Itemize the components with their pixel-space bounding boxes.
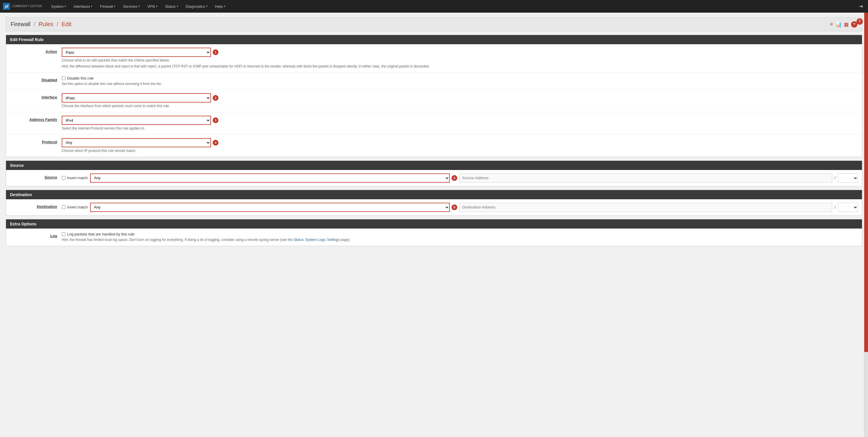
interface-select[interactable]: IPsec WAN LAN — [62, 93, 211, 102]
address-family-label-col: Address Family — [10, 116, 62, 122]
address-family-row: Address Family IPv4 IPv6 IPv4+IPv6 3 Sel… — [6, 112, 862, 135]
log-checkbox[interactable] — [62, 232, 65, 236]
log-desc: Hint: the firewall has limited local log… — [62, 238, 858, 242]
nav-interfaces[interactable]: Interfaces ▾ — [70, 1, 96, 11]
protocol-badge: 4 — [213, 140, 218, 146]
source-row: Source Invert match Any Single host or a… — [6, 170, 862, 186]
interface-badge: 2 — [213, 95, 218, 101]
disabled-checkbox-row: Disable this rule — [62, 76, 858, 81]
nav-firewall[interactable]: Firewall ▾ — [96, 1, 119, 11]
destination-label: Destination — [37, 205, 57, 209]
source-invert-row: Invert match — [62, 176, 88, 180]
source-body: Source Invert match Any Single host or a… — [6, 170, 862, 186]
logo: pf — [3, 3, 10, 10]
protocol-select[interactable]: Any TCP UDP TCP/UDP ICMP — [62, 138, 211, 147]
breadcrumb: Firewall / Rules / Edit ≡ 📊 ▦ ? — [6, 17, 862, 31]
address-family-select[interactable]: IPv4 IPv6 IPv4+IPv6 — [62, 116, 211, 125]
source-address-input[interactable] — [460, 174, 832, 183]
breadcrumb-sep2: / — [57, 21, 60, 27]
destination-type-select[interactable]: Any Single host or alias Network LAN net… — [90, 203, 450, 212]
log-label: Log — [50, 234, 57, 238]
scroll-thumb[interactable] — [864, 12, 868, 352]
nav-items: System ▾ Interfaces ▾ Firewall ▾ Service… — [48, 1, 856, 11]
caret-icon: ▾ — [224, 5, 225, 8]
address-family-desc: Select the Internet Protocol version thi… — [62, 126, 858, 131]
destination-address-input[interactable] — [460, 203, 832, 212]
disabled-row: Disabled Disable this rule Set this opti… — [6, 73, 862, 90]
protocol-row: Protocol Any TCP UDP TCP/UDP ICMP 4 Choo… — [6, 135, 862, 157]
action-label: Action — [45, 50, 57, 54]
source-label-col: Source — [10, 174, 62, 180]
breadcrumb-firewall: Firewall — [11, 21, 30, 27]
log-control-col: Log packets that are handled by this rul… — [62, 232, 858, 242]
source-type-select[interactable]: Any Single host or alias Network LAN net… — [90, 174, 450, 183]
brand-tagline: COMMUNITY EDITION — [12, 5, 42, 8]
disabled-checkbox[interactable] — [62, 76, 65, 80]
action-row: Action Pass Block Reject 1 Choose what t… — [6, 44, 862, 73]
log-checkbox-label[interactable]: Log packets that are handled by this rul… — [67, 232, 134, 236]
source-invert-label[interactable]: Invert match — [67, 176, 88, 180]
caret-icon: ▾ — [206, 5, 208, 8]
destination-invert-checkbox[interactable] — [62, 205, 65, 209]
edit-firewall-rule-panel: Edit Firewall Rule Action Pass Block Rej… — [6, 35, 862, 157]
source-slash: / — [834, 176, 836, 180]
nav-help[interactable]: Help ▾ — [212, 1, 229, 11]
source-cidr-select[interactable]: 8 16 24 32 — [838, 174, 858, 183]
nav-diagnostics[interactable]: Diagnostics ▾ — [182, 1, 211, 11]
action-control-col: Pass Block Reject 1 Choose what to do wi… — [62, 48, 858, 69]
action-desc1: Choose what to do with packets that matc… — [62, 58, 858, 63]
breadcrumb-rules-link[interactable]: Rules — [39, 21, 53, 27]
caret-icon: ▾ — [114, 5, 115, 8]
interface-label: Interface — [42, 95, 57, 99]
navbar: pf COMMUNITY EDITION System ▾ Interfaces… — [0, 0, 868, 12]
nav-status[interactable]: Status ▾ — [162, 1, 182, 11]
breadcrumb-icons: ≡ 📊 ▦ ? — [830, 21, 857, 28]
page-wrapper: Firewall / Rules / Edit ≡ 📊 ▦ ? Edit Fir… — [0, 12, 868, 437]
scrollbar[interactable] — [864, 12, 868, 437]
log-desc-link[interactable]: Status: System Logs: Settings — [293, 238, 340, 242]
extra-body: Log Log packets that are handled by this… — [6, 228, 862, 246]
disabled-desc: Set this option to disable this rule wit… — [62, 82, 858, 87]
source-panel: Source Source Invert match Any — [6, 160, 862, 186]
destination-body: Destination Invert match Any Single host… — [6, 199, 862, 215]
caret-icon: ▾ — [91, 5, 92, 8]
interface-control-col: IPsec WAN LAN 2 Choose the interface fro… — [62, 93, 858, 108]
source-header: Source — [6, 161, 862, 170]
protocol-label: Protocol — [42, 140, 57, 144]
address-family-label: Address Family — [29, 118, 57, 122]
action-select[interactable]: Pass Block Reject — [62, 48, 211, 57]
action-desc2: Hint: the difference between block and r… — [62, 64, 858, 69]
interface-desc: Choose the interface from which packets … — [62, 104, 858, 108]
source-invert-checkbox[interactable] — [62, 176, 65, 180]
destination-header: Destination — [6, 190, 862, 199]
protocol-control-col: Any TCP UDP TCP/UDP ICMP 4 Choose which … — [62, 138, 858, 153]
breadcrumb-text: Firewall / Rules / Edit — [11, 21, 71, 28]
nav-vpn[interactable]: VPN ▾ — [144, 1, 161, 11]
destination-badge: 6 — [452, 205, 457, 210]
chart-icon[interactable]: 📊 — [835, 21, 842, 28]
edit-section-body: Action Pass Block Reject 1 Choose what t… — [6, 44, 862, 157]
log-label-col: Log — [10, 232, 62, 238]
destination-row: Destination Invert match Any Single host… — [6, 199, 862, 215]
extra-options-panel: Extra Options Log Log packets that are h… — [6, 219, 862, 246]
destination-controls: Invert match Any Single host or alias Ne… — [62, 203, 858, 212]
action-label-col: Action — [10, 48, 62, 54]
destination-slash: / — [834, 205, 836, 210]
disabled-control-col: Disable this rule Set this option to dis… — [62, 76, 858, 87]
extra-header: Extra Options — [6, 219, 862, 228]
source-label: Source — [44, 175, 57, 180]
address-family-badge: 3 — [213, 118, 218, 123]
disabled-checkbox-label[interactable]: Disable this rule — [67, 76, 94, 81]
source-badge: 5 — [452, 175, 457, 181]
interface-row: Interface IPsec WAN LAN 2 Choose the int… — [6, 90, 862, 112]
filter-icon[interactable]: ≡ — [830, 21, 833, 27]
destination-invert-label[interactable]: Invert match — [67, 205, 88, 209]
source-controls: Invert match Any Single host or alias Ne… — [62, 174, 858, 183]
destination-control-col: Invert match Any Single host or alias Ne… — [62, 203, 858, 212]
nav-services[interactable]: Services ▾ — [119, 1, 143, 11]
logout-icon[interactable]: ⇥ — [856, 1, 865, 12]
nav-system[interactable]: System ▾ — [48, 1, 69, 11]
destination-cidr-select[interactable]: 8 16 24 32 — [838, 203, 858, 212]
table-icon[interactable]: ▦ — [844, 21, 849, 28]
breadcrumb-edit-link[interactable]: Edit — [61, 21, 71, 27]
